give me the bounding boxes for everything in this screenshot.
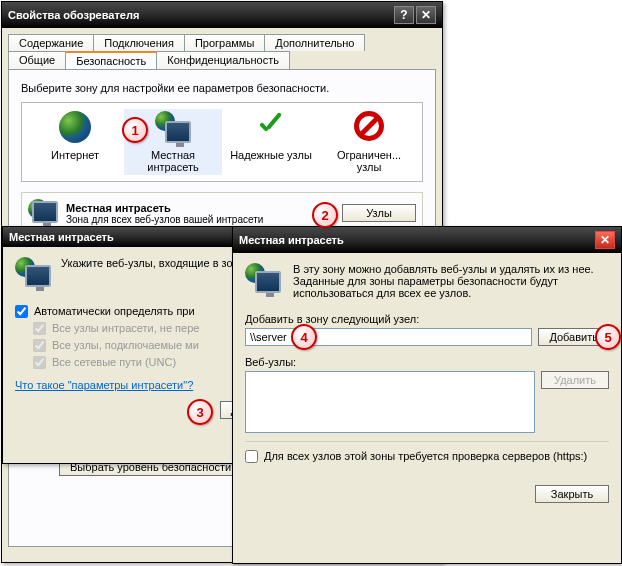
- zone-label: Надежные узлы: [230, 149, 312, 161]
- selected-zone-desc: Зона для всех веб-узлов вашей интрасети: [66, 214, 263, 225]
- zones-list: Интернет Местная интрасеть 1 Надежные уз…: [21, 102, 423, 182]
- https-checkbox[interactable]: Для всех узлов этой зоны требуется прове…: [245, 450, 609, 463]
- titlebar: Местная интрасеть ✕: [233, 227, 621, 253]
- intranet-icon: [245, 263, 281, 297]
- dialog-title: Местная интрасеть: [9, 231, 114, 243]
- delete-button: Удалить: [541, 371, 609, 389]
- dialog-title: Свойства обозревателя: [8, 9, 139, 21]
- dialog-body: В эту зону можно добавлять веб-узлы и уд…: [233, 253, 621, 513]
- badge-3: 3: [187, 399, 213, 425]
- tab-privacy[interactable]: Конфиденциальность: [156, 51, 290, 69]
- add-site-input[interactable]: [245, 328, 532, 346]
- tab-general[interactable]: Общие: [8, 51, 66, 69]
- checkbox-label: Для всех узлов этой зоны требуется прове…: [264, 450, 587, 462]
- zone-label: Ограничен... узлы: [337, 149, 401, 173]
- close-button[interactable]: ✕: [595, 231, 615, 249]
- zone-trusted[interactable]: Надежные узлы: [222, 109, 320, 175]
- close-button[interactable]: ✕: [416, 6, 436, 24]
- globe-icon: [59, 111, 91, 143]
- intranet-icon: [15, 257, 51, 291]
- tab-advanced[interactable]: Дополнительно: [264, 34, 365, 51]
- checkbox-input: [33, 339, 46, 352]
- sites-button[interactable]: Узлы: [342, 204, 416, 222]
- intranet-icon: [155, 111, 191, 147]
- help-button[interactable]: ?: [394, 6, 414, 24]
- zone-label: Интернет: [51, 149, 99, 161]
- add-label: Добавить в зону следующий узел:: [245, 313, 609, 325]
- checkbox-input: [33, 322, 46, 335]
- sites-listbox[interactable]: [245, 371, 535, 433]
- tab-content[interactable]: Содержание: [8, 34, 94, 51]
- list-label: Веб-узлы:: [245, 356, 609, 368]
- badge-4: 4: [291, 324, 317, 350]
- checkbox-label: Автоматически определять при: [34, 305, 195, 317]
- zone-prompt: Выберите зону для настройки ее параметро…: [21, 82, 423, 94]
- checkbox-label: Все узлы интрасети, не пере: [52, 322, 199, 334]
- intranet-icon: [28, 199, 58, 227]
- zone-local-intranet[interactable]: Местная интрасеть 1: [124, 109, 222, 175]
- tab-programs[interactable]: Программы: [184, 34, 265, 51]
- zone-internet[interactable]: Интернет: [26, 109, 124, 175]
- badge-5: 5: [595, 324, 621, 350]
- badge-2: 2: [312, 202, 338, 228]
- checkbox-label: Все сетевые пути (UNC): [52, 356, 176, 368]
- close-dialog-button[interactable]: Закрыть: [535, 485, 609, 503]
- tab-connections[interactable]: Подключения: [93, 34, 185, 51]
- dialog-title: Местная интрасеть: [239, 234, 344, 246]
- zone-label: Местная интрасеть: [147, 149, 199, 173]
- zone-restricted[interactable]: Ограничен... узлы: [320, 109, 418, 175]
- add-site-dialog: Местная интрасеть ✕ В эту зону можно доб…: [232, 226, 622, 564]
- tabs: Содержание Подключения Программы Дополни…: [2, 28, 442, 69]
- titlebar: Свойства обозревателя ? ✕: [2, 2, 442, 28]
- selected-zone-title: Местная интрасеть: [66, 202, 263, 214]
- checkbox-input[interactable]: [15, 305, 28, 318]
- forbidden-icon: [354, 111, 384, 141]
- intranet-params-link[interactable]: Что такое "параметры интрасети"?: [15, 379, 193, 391]
- check-icon: [255, 111, 287, 143]
- checkbox-input[interactable]: [245, 450, 258, 463]
- tab-security[interactable]: Безопасность: [65, 51, 157, 69]
- checkbox-input: [33, 356, 46, 369]
- badge-1: 1: [122, 117, 148, 143]
- checkbox-label: Все узлы, подключаемые ми: [52, 339, 199, 351]
- dialog-description: Укажите веб-узлы, входящие в зо: [61, 257, 233, 269]
- dialog-description: В эту зону можно добавлять веб-узлы и уд…: [293, 263, 609, 299]
